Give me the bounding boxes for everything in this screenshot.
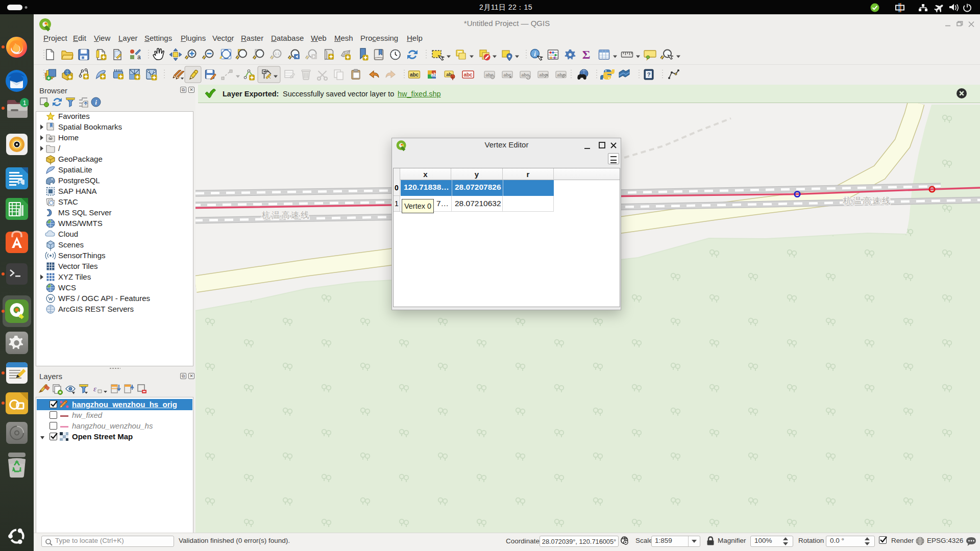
svg-text:WCS: WCS (58, 283, 76, 292)
svg-text:/: / (58, 144, 61, 153)
svg-text:ε: ε (93, 385, 96, 393)
svg-text:Favorites: Favorites (58, 112, 90, 120)
svg-text:Home: Home (58, 133, 79, 142)
svg-text:i: i (95, 98, 97, 106)
svg-text:ArcGIS REST Servers: ArcGIS REST Servers (58, 305, 134, 313)
svg-text:1:1: 1:1 (275, 52, 280, 56)
svg-text:杭温高速线: 杭温高速线 (261, 210, 310, 219)
svg-text:Vector Tiles: Vector Tiles (58, 262, 98, 270)
svg-text:SensorThings: SensorThings (58, 251, 106, 260)
svg-text:a: a (137, 54, 141, 61)
svg-text:ab: ab (431, 72, 437, 78)
svg-text:MS SQL Server: MS SQL Server (58, 208, 111, 217)
svg-text:Spatial Bookmarks: Spatial Bookmarks (58, 122, 122, 131)
svg-text:STAC: STAC (58, 197, 78, 206)
svg-text:WFS / OGC API - Features: WFS / OGC API - Features (58, 294, 150, 303)
svg-text:WMS/WMTS: WMS/WMTS (58, 219, 103, 228)
svg-text:PostgreSQL: PostgreSQL (58, 176, 100, 185)
svg-text:GeoPackage: GeoPackage (58, 155, 103, 163)
svg-text:Scenes: Scenes (58, 240, 84, 249)
svg-text:Cloud: Cloud (58, 230, 78, 238)
svg-text:XYZ Tiles: XYZ Tiles (58, 272, 91, 281)
svg-text:杭温高速线: 杭温高速线 (843, 196, 892, 205)
svg-text:SAP HANA: SAP HANA (58, 187, 97, 195)
svg-text:1: 1 (22, 99, 26, 107)
svg-text:SpatiaLite: SpatiaLite (58, 165, 92, 174)
svg-text:?: ? (647, 71, 651, 78)
